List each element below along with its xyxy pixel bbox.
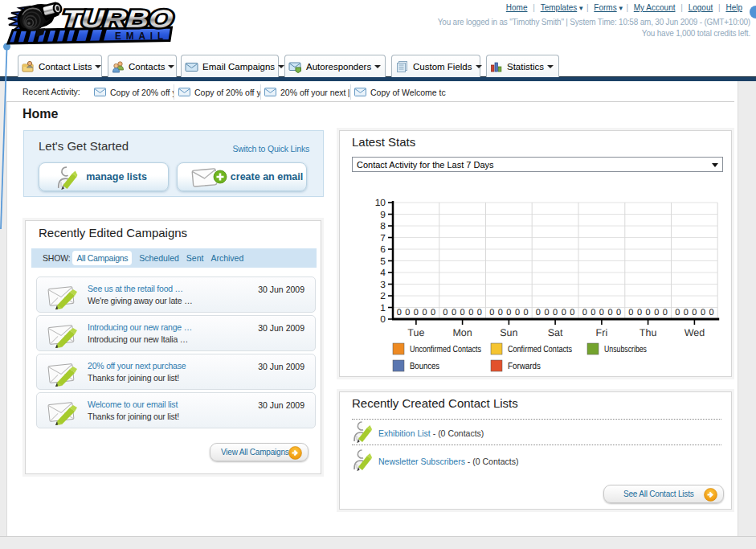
svg-text:0: 0	[506, 308, 511, 318]
svg-text:0: 0	[452, 308, 456, 318]
svg-text:4: 4	[380, 267, 386, 278]
svg-text:0: 0	[489, 308, 494, 318]
svg-text:6: 6	[380, 244, 386, 255]
svg-text:0: 0	[684, 308, 689, 318]
svg-text:Forwards: Forwards	[508, 362, 541, 371]
svg-text:0: 0	[468, 308, 473, 318]
svg-text:0: 0	[524, 308, 529, 318]
svg-text:0: 0	[582, 308, 587, 318]
svg-text:Fri: Fri	[596, 327, 608, 338]
svg-text:0: 0	[498, 308, 503, 318]
svg-text:0: 0	[422, 308, 427, 318]
svg-text:0: 0	[709, 308, 714, 318]
svg-text:0: 0	[544, 308, 549, 318]
svg-text:0: 0	[397, 308, 402, 318]
svg-text:Confirmed Contacts: Confirmed Contacts	[508, 345, 572, 354]
svg-text:0: 0	[460, 308, 465, 318]
svg-text:Thu: Thu	[640, 327, 657, 338]
svg-text:0: 0	[414, 308, 419, 318]
svg-text:Bounces: Bounces	[410, 362, 439, 371]
svg-text:Sun: Sun	[500, 327, 517, 338]
svg-text:3: 3	[380, 279, 386, 290]
svg-text:0: 0	[654, 308, 659, 318]
svg-text:0: 0	[692, 308, 697, 318]
svg-text:0: 0	[628, 308, 633, 318]
svg-text:0: 0	[562, 308, 566, 318]
svg-text:8: 8	[380, 220, 386, 231]
svg-text:0: 0	[599, 308, 604, 318]
svg-text:7: 7	[380, 232, 386, 244]
svg-text:0: 0	[553, 308, 558, 318]
svg-text:Sat: Sat	[548, 327, 563, 338]
svg-text:0: 0	[646, 308, 651, 318]
svg-text:10: 10	[375, 197, 386, 208]
svg-text:0: 0	[536, 308, 541, 318]
svg-text:Wed: Wed	[684, 327, 705, 338]
svg-text:5: 5	[380, 256, 386, 267]
svg-text:0: 0	[607, 308, 612, 318]
svg-text:0: 0	[443, 308, 447, 318]
svg-text:0: 0	[380, 313, 386, 325]
svg-text:0: 0	[637, 308, 642, 318]
svg-text:9: 9	[380, 209, 386, 220]
svg-text:Unsubscribes: Unsubscribes	[604, 345, 647, 354]
svg-text:0: 0	[477, 308, 482, 318]
svg-text:0: 0	[515, 308, 520, 318]
svg-text:Mon: Mon	[452, 327, 472, 338]
svg-text:TURBO: TURBO	[61, 5, 174, 33]
svg-text:Unconfirmed Contacts: Unconfirmed Contacts	[410, 345, 481, 354]
svg-text:0: 0	[431, 308, 435, 318]
svg-text:0: 0	[590, 308, 595, 318]
svg-text:0: 0	[701, 308, 705, 318]
svg-text:2: 2	[380, 290, 386, 301]
svg-text:0: 0	[616, 308, 621, 318]
svg-text:0: 0	[570, 308, 574, 318]
svg-text:Tue: Tue	[407, 327, 424, 338]
svg-text:1: 1	[380, 302, 386, 313]
svg-text:0: 0	[663, 308, 668, 318]
svg-text:0: 0	[405, 308, 410, 318]
svg-text:0: 0	[675, 308, 680, 318]
